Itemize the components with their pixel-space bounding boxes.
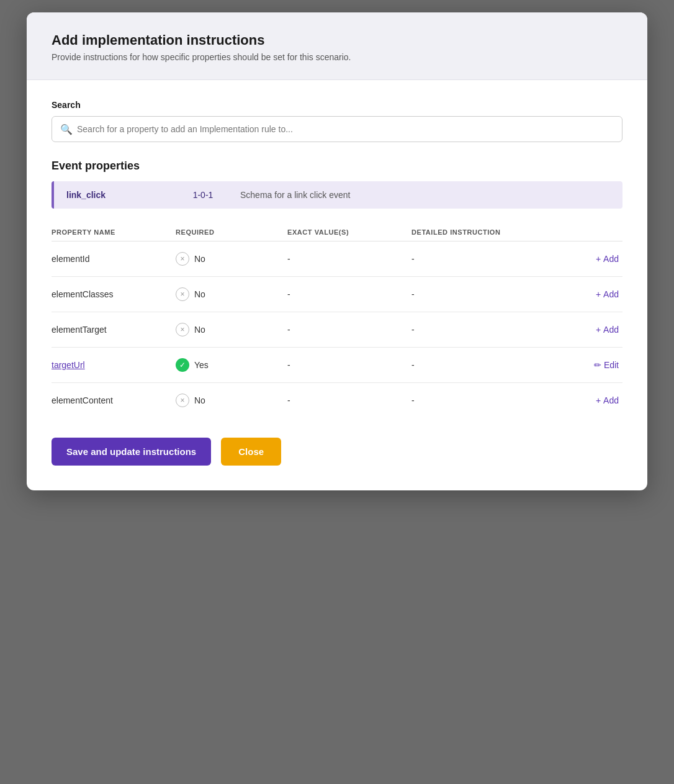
detailed-instruction-elementclasses: -: [411, 289, 548, 299]
required-label-elementclasses: No: [194, 289, 205, 299]
required-label-elementid: No: [194, 254, 205, 264]
search-section: Search 🔍: [52, 100, 622, 142]
edit-label-targeturl: Edit: [604, 360, 619, 370]
badge-no-elementclasses: ×: [176, 287, 189, 301]
save-button[interactable]: Save and update instructions: [52, 438, 211, 466]
modal-title: Add implementation instructions: [52, 32, 622, 48]
col-header-detailed-instruction: DETAILED INSTRUCTION: [411, 228, 548, 236]
badge-no-elementcontent: ×: [176, 394, 189, 407]
edit-icon-targeturl: ✏: [594, 360, 601, 370]
plus-icon-elementclasses: +: [596, 289, 601, 299]
required-label-elementtarget: No: [194, 325, 205, 335]
badge-no-elementid: ×: [176, 252, 189, 266]
modal-container: Add implementation instructions Provide …: [27, 12, 647, 490]
table-header: PROPERTY NAME REQUIRED EXACT VALUE(S) DE…: [52, 223, 622, 241]
col-header-required: REQUIRED: [176, 228, 287, 236]
required-cell-elementtarget: × No: [176, 323, 287, 336]
add-label-elementid: Add: [603, 254, 619, 264]
required-label-targeturl: Yes: [194, 360, 209, 370]
required-cell-elementid: × No: [176, 252, 287, 266]
table-row: targetUrl ✓ Yes - - ✏ Edit: [52, 348, 622, 383]
table-row: elementContent × No - - + Add: [52, 383, 622, 418]
prop-name-elementid: elementId: [52, 254, 176, 264]
event-banner: link_click 1-0-1 Schema for a link click…: [52, 181, 622, 209]
action-cell-elementtarget: + Add: [548, 322, 622, 337]
event-banner-description: Schema for a link click event: [240, 190, 350, 200]
add-label-elementtarget: Add: [603, 325, 619, 335]
badge-yes-targeturl: ✓: [176, 358, 189, 372]
action-cell-elementclasses: + Add: [548, 287, 622, 302]
detailed-instruction-elementcontent: -: [411, 395, 548, 405]
table-row: elementTarget × No - - + Add: [52, 312, 622, 348]
exact-values-elementtarget: -: [287, 325, 411, 335]
exact-values-elementcontent: -: [287, 395, 411, 405]
add-button-elementtarget[interactable]: + Add: [592, 322, 622, 337]
required-label-elementcontent: No: [194, 395, 205, 405]
modal-header: Add implementation instructions Provide …: [27, 12, 647, 80]
close-button[interactable]: Close: [221, 438, 281, 466]
add-label-elementclasses: Add: [603, 289, 619, 299]
prop-name-targeturl[interactable]: targetUrl: [52, 360, 176, 370]
exact-values-targeturl: -: [287, 360, 411, 370]
add-button-elementclasses[interactable]: + Add: [592, 287, 622, 302]
plus-icon-elementtarget: +: [596, 325, 601, 335]
footer-buttons: Save and update instructions Close: [52, 438, 622, 466]
add-label-elementcontent: Add: [603, 395, 619, 405]
action-cell-elementcontent: + Add: [548, 393, 622, 408]
add-button-elementcontent[interactable]: + Add: [592, 393, 622, 408]
detailed-instruction-elementid: -: [411, 254, 548, 264]
search-label: Search: [52, 100, 622, 110]
event-properties-section: Event properties link_click 1-0-1 Schema…: [52, 160, 622, 418]
modal-body: Search 🔍 Event properties link_click 1-0…: [27, 80, 647, 490]
plus-icon-elementcontent: +: [596, 395, 601, 405]
add-button-elementid[interactable]: + Add: [592, 251, 622, 266]
detailed-instruction-elementtarget: -: [411, 325, 548, 335]
badge-no-elementtarget: ×: [176, 323, 189, 336]
prop-name-elementclasses: elementClasses: [52, 289, 176, 299]
required-cell-targeturl: ✓ Yes: [176, 358, 287, 372]
exact-values-elementid: -: [287, 254, 411, 264]
search-wrapper: 🔍: [52, 116, 622, 142]
action-cell-targeturl: ✏ Edit: [548, 358, 622, 372]
prop-name-elementtarget: elementTarget: [52, 325, 176, 335]
exact-values-elementclasses: -: [287, 289, 411, 299]
event-banner-name: link_click: [66, 190, 166, 200]
table-row: elementClasses × No - - + Add: [52, 277, 622, 312]
search-input[interactable]: [52, 116, 622, 142]
detailed-instruction-targeturl: -: [411, 360, 548, 370]
col-header-exact-values: EXACT VALUE(S): [287, 228, 411, 236]
table-row: elementId × No - - + Add: [52, 241, 622, 277]
action-cell-elementid: + Add: [548, 251, 622, 266]
table-body: elementId × No - - + Add: [52, 241, 622, 418]
modal-subtitle: Provide instructions for how specific pr…: [52, 52, 622, 62]
event-properties-title: Event properties: [52, 160, 622, 173]
event-banner-version: 1-0-1: [166, 190, 240, 200]
col-header-actions: [548, 228, 622, 236]
plus-icon-elementid: +: [596, 254, 601, 264]
prop-name-elementcontent: elementContent: [52, 395, 176, 405]
search-icon: 🔍: [60, 124, 73, 135]
col-header-property-name: PROPERTY NAME: [52, 228, 176, 236]
required-cell-elementcontent: × No: [176, 394, 287, 407]
required-cell-elementclasses: × No: [176, 287, 287, 301]
edit-button-targeturl[interactable]: ✏ Edit: [590, 358, 622, 372]
